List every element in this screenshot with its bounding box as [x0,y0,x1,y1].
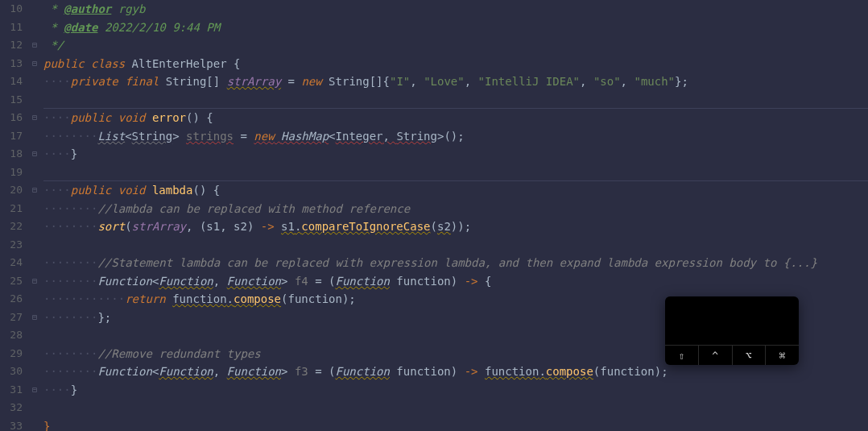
fold-marker[interactable]: ⊟ [29,272,40,291]
fold-marker[interactable] [29,19,40,37]
fold-marker[interactable] [29,127,40,146]
fold-column[interactable]: ⊟⊟⊟⊟⊟⊟⊟⊟ [29,0,40,431]
line-number: 16 [3,109,23,127]
line-number: 12 [3,36,23,55]
code-line: * @date 2022/2/10 9:44 PM [43,19,868,37]
code-line: */ [43,36,868,55]
fold-marker[interactable]: ⊟ [29,145,40,164]
line-number: 22 [3,218,23,236]
fold-marker[interactable]: ⊟ [29,55,40,73]
fold-marker[interactable] [29,345,40,363]
fold-marker[interactable]: ⊟ [29,381,40,400]
line-number: 23 [3,236,23,255]
line-number: 11 [3,19,23,37]
fold-marker[interactable]: ⊟ [29,181,40,200]
code-line [43,164,868,182]
code-line: ····} [43,145,868,164]
code-line: ····public void error() { [43,109,868,127]
line-number: 18 [3,145,23,164]
fold-marker[interactable] [29,164,40,182]
line-number: 31 [3,381,23,400]
fold-marker[interactable] [29,236,40,255]
fold-marker[interactable] [29,399,40,417]
fold-marker[interactable] [29,290,40,309]
fold-marker[interactable] [29,254,40,272]
code-line: } [43,417,868,432]
line-number: 17 [3,127,23,146]
modifier-key-row: ⇧ ^ ⌥ ⌘ [665,345,799,365]
code-line: ········sort(strArray, (s1, s2) -> s1.co… [43,218,868,236]
presentation-overlay: ⇧ ^ ⌥ ⌘ [665,296,799,365]
line-number: 24 [3,254,23,272]
line-number-gutter: 1011121314151617181920212223242526272829… [0,0,29,431]
code-line: ········Function<Function, Function> f3 … [43,363,868,381]
code-line: ····} [43,381,868,400]
code-line [43,399,868,417]
line-number: 32 [3,399,23,417]
line-number: 13 [3,55,23,73]
line-number: 20 [3,181,23,200]
fold-marker[interactable] [29,200,40,218]
code-line: public class AltEnterHelper { [43,55,868,73]
line-number: 28 [3,326,23,345]
fold-marker[interactable]: ⊟ [29,36,40,55]
line-number: 10 [3,0,23,19]
code-line: ········//Statement lambda can be replac… [43,254,868,272]
line-number: 19 [3,164,23,182]
line-number: 27 [3,309,23,327]
line-number: 25 [3,272,23,291]
code-editor[interactable]: 1011121314151617181920212223242526272829… [0,0,868,431]
option-key-icon[interactable]: ⌥ [733,346,767,365]
line-number: 14 [3,73,23,91]
code-area[interactable]: * @author rgyb * @date 2022/2/10 9:44 PM… [40,0,868,431]
fold-marker[interactable] [29,218,40,236]
code-line: ····public void lambda() { [43,181,868,200]
fold-marker[interactable] [29,363,40,381]
code-line: * @author rgyb [43,0,868,19]
line-number: 15 [3,91,23,110]
line-number: 30 [3,363,23,381]
command-key-icon[interactable]: ⌘ [766,346,799,365]
code-line [43,236,868,255]
fold-marker[interactable] [29,73,40,91]
code-line [43,91,868,110]
shift-key-icon[interactable]: ⇧ [665,346,699,365]
line-number: 33 [3,417,23,432]
fold-marker[interactable] [29,326,40,345]
code-line: ········Function<Function, Function> f4 … [43,272,868,291]
fold-marker[interactable]: ⊟ [29,109,40,127]
code-line: ····private final String[] strArray = ne… [43,73,868,91]
fold-marker[interactable] [29,0,40,19]
control-key-icon[interactable]: ^ [699,346,733,365]
code-line: ········List<String> strings = new HashM… [43,127,868,146]
line-number: 29 [3,345,23,363]
fold-marker[interactable] [29,417,40,432]
fold-marker[interactable]: ⊟ [29,309,40,327]
line-number: 26 [3,290,23,309]
code-line: ········//lambda can be replaced with me… [43,200,868,218]
overlay-display [665,296,799,345]
line-number: 21 [3,200,23,218]
fold-marker[interactable] [29,91,40,110]
